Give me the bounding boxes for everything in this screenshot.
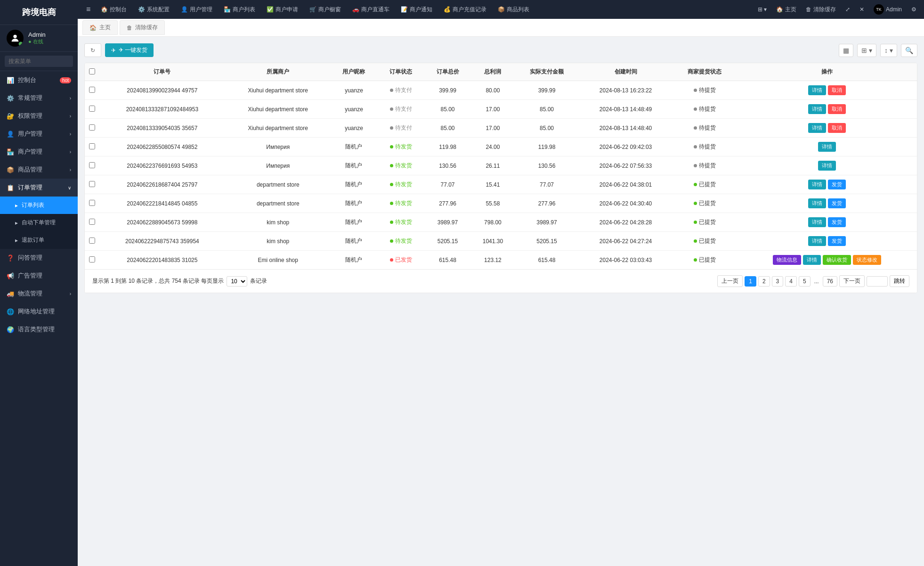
page-2-button[interactable]: 2 — [758, 276, 770, 287]
sidebar-item-dashboard[interactable]: 📊 控制台 hot — [0, 71, 78, 89]
sort-button[interactable]: ↕ ▾ — [880, 44, 897, 57]
ship-button[interactable]: 发货 — [828, 236, 846, 246]
topbar-grid-button[interactable]: ⊞ ▾ — [755, 6, 770, 13]
tab-clear-cache[interactable]: 🗑 清除缓存 — [120, 20, 165, 35]
sidebar-item-users[interactable]: 👤 用户管理 › — [0, 125, 78, 143]
topbar-avatar[interactable]: TK Admin — [871, 4, 905, 15]
topbar-right: ⊞ ▾ 🏠 主页 🗑 清除缓存 ⤢ ✕ TK Admin ⚙ — [755, 4, 919, 15]
clear-icon: 🗑 — [806, 6, 811, 13]
cell-pickup-status: 已提货 — [673, 175, 737, 194]
bulk-send-button[interactable]: ✈ ✈ 一键发货 — [105, 43, 154, 57]
row-checkbox[interactable] — [89, 256, 95, 262]
page-jump-button[interactable]: 跳转 — [890, 275, 909, 287]
page-last-button[interactable]: 76 — [823, 276, 837, 287]
page-5-button[interactable]: 5 — [799, 276, 811, 287]
sidebar-item-merchants[interactable]: 🏪 商户管理 › — [0, 143, 78, 161]
topbar-item-merchantapply[interactable]: ✅ 商户申请 — [262, 0, 303, 19]
per-page-select[interactable]: 10 20 50 — [227, 276, 247, 287]
user-mgmt-icon: 👤 — [181, 6, 188, 13]
confirm-button[interactable]: 确认收货 — [823, 255, 851, 265]
sidebar-item-auto-order[interactable]: ▸ 自动下单管理 — [0, 214, 78, 231]
sidebar-item-logistics[interactable]: 🚚 物流管理 › — [0, 285, 78, 303]
topbar-close[interactable]: ✕ — [857, 6, 867, 13]
page-jump-input[interactable] — [867, 276, 888, 287]
toolbar-left: ↻ ✈ ✈ 一键发货 — [84, 43, 154, 57]
page-1-button[interactable]: 1 — [745, 276, 756, 287]
row-checkbox[interactable] — [89, 124, 95, 131]
detail-button[interactable]: 详情 — [808, 104, 826, 114]
cell-merchant: Xiuhui department store — [226, 119, 331, 138]
prev-page-button[interactable]: 上一页 — [717, 275, 743, 287]
page-4-button[interactable]: 4 — [785, 276, 797, 287]
sidebar-item-order-list[interactable]: ▸ 订单列表 — [0, 197, 78, 214]
ship-button[interactable]: 发货 — [828, 217, 846, 227]
topbar-item-productlist[interactable]: 📦 商品列表 — [493, 0, 534, 19]
sidebar-item-network[interactable]: 🌐 网络地址管理 — [0, 303, 78, 320]
detail-button[interactable]: 详情 — [808, 198, 826, 208]
chevron-right-icon: › — [70, 291, 71, 296]
sidebar-item-faq[interactable]: ❓ 问答管理 — [0, 249, 78, 267]
row-checkbox[interactable] — [89, 106, 95, 112]
sidebar-item-orders[interactable]: 📋 订单管理 ∨ — [0, 179, 78, 197]
cell-profit: 798.00 — [471, 213, 514, 232]
cell-created-at: 2024-06-22 07:56:33 — [579, 156, 672, 175]
topbar-item-usermgmt[interactable]: 👤 用户管理 — [176, 0, 217, 19]
sidebar-item-language[interactable]: 🌍 语言类型管理 — [0, 320, 78, 338]
menu-toggle-icon[interactable]: ≡ — [82, 5, 94, 14]
detail-button[interactable]: 详情 — [808, 236, 826, 246]
search-button[interactable]: 🔍 — [901, 44, 917, 57]
next-page-button[interactable]: 下一页 — [839, 275, 865, 287]
detail-button[interactable]: 详情 — [818, 161, 836, 171]
cancel-button[interactable]: 取消 — [828, 104, 846, 114]
topbar-fullscreen[interactable]: ⤢ — [843, 6, 853, 13]
refresh-button[interactable]: ↻ — [84, 43, 101, 57]
topbar-item-dashboard[interactable]: 🏠 控制台 — [96, 0, 131, 19]
row-checkbox[interactable] — [89, 143, 95, 149]
tab-home[interactable]: 🏠 主页 — [82, 20, 118, 35]
table-view-button[interactable]: ▦ — [839, 44, 853, 57]
sidebar-item-refund[interactable]: ▸ 退款订单 — [0, 231, 78, 249]
pickup-dot-icon — [694, 126, 697, 130]
topbar-item-broadcast[interactable]: 🚗 商户直通车 — [348, 0, 394, 19]
detail-button[interactable]: 详情 — [818, 142, 836, 152]
sidebar-item-products[interactable]: 📦 商品管理 › — [0, 161, 78, 179]
topbar-item-merchantlist[interactable]: 🏪 商户列表 — [219, 0, 260, 19]
detail-button[interactable]: 详情 — [808, 180, 826, 189]
col-pickup-status: 商家提货状态 — [673, 63, 737, 81]
action-buttons: 物流信息详情确认收货状态修改 — [740, 255, 913, 265]
row-checkbox[interactable] — [89, 181, 95, 187]
topbar-settings[interactable]: ⚙ — [908, 6, 919, 13]
page-3-button[interactable]: 3 — [772, 276, 784, 287]
order-status-badge: 待发货 — [390, 180, 412, 189]
row-checkbox[interactable] — [89, 162, 95, 168]
grid-view-button[interactable]: ⊞ ▾ — [857, 44, 876, 57]
cancel-button[interactable]: 取消 — [828, 123, 846, 133]
select-all-checkbox[interactable] — [89, 68, 95, 74]
topbar-item-recharge[interactable]: 💰 商户充值记录 — [439, 0, 491, 19]
sidebar-search-input[interactable] — [5, 56, 73, 67]
row-checkbox[interactable] — [89, 200, 95, 206]
sidebar-item-permissions[interactable]: 🔐 权限管理 › — [0, 107, 78, 125]
detail-button[interactable]: 详情 — [808, 85, 826, 95]
cancel-button[interactable]: 取消 — [828, 85, 846, 95]
sidebar-item-ads[interactable]: 📢 广告管理 — [0, 267, 78, 285]
topbar-item-notice[interactable]: 📝 商户通知 — [396, 0, 437, 19]
detail-button[interactable]: 详情 — [808, 123, 826, 133]
detail-button[interactable]: 详情 — [808, 217, 826, 227]
pagination-pages: 上一页 1 2 3 4 5 ... 76 下一页 跳转 — [717, 275, 909, 287]
topbar-item-merchantstore[interactable]: 🛒 商户橱窗 — [305, 0, 346, 19]
sidebar-item-regular[interactable]: ⚙️ 常规管理 › — [0, 89, 78, 107]
order-status-text: 待支付 — [395, 105, 412, 113]
topbar-home-link[interactable]: 🏠 主页 — [773, 6, 799, 14]
col-actual-paid: 实际支付金额 — [515, 63, 579, 81]
logistics-button[interactable]: 物流信息 — [773, 255, 801, 265]
row-checkbox[interactable] — [89, 238, 95, 244]
ship-button[interactable]: 发货 — [828, 180, 846, 189]
topbar-item-sysconfig[interactable]: ⚙️ 系统配置 — [133, 0, 174, 19]
topbar-clear-cache[interactable]: 🗑 清除缓存 — [803, 6, 839, 14]
row-checkbox[interactable] — [89, 219, 95, 225]
row-checkbox[interactable] — [89, 87, 95, 93]
status-button[interactable]: 状态修改 — [853, 255, 881, 265]
detail-button[interactable]: 详情 — [803, 255, 821, 265]
ship-button[interactable]: 发货 — [828, 198, 846, 208]
